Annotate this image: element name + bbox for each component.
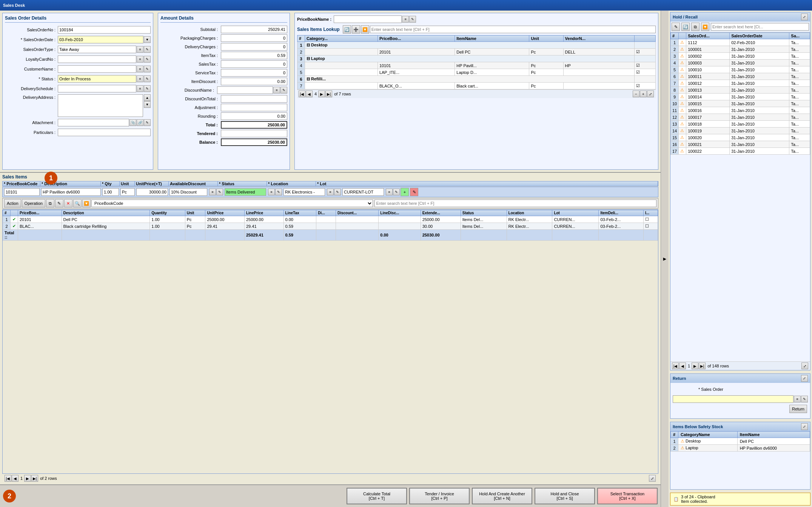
delete-btn[interactable]: ✕ — [64, 199, 72, 207]
table-row[interactable]: 2 ✔ BLAC... Black cartridge Refilling 1.… — [3, 223, 658, 230]
table-row[interactable]: 2 ⚠ Laptop HP Pavillion dv6000 — [671, 445, 810, 452]
hr-first-btn[interactable]: |◀ — [672, 363, 679, 369]
return-sales-order-input[interactable] — [673, 395, 794, 403]
discount-name-edit-btn[interactable]: ✎ — [280, 87, 287, 94]
filter-icon-btn[interactable]: 🔽 — [82, 199, 91, 207]
current-status[interactable] — [225, 188, 266, 196]
panel-separator[interactable]: ► — [661, 11, 669, 507]
hr-last-btn[interactable]: ▶| — [699, 363, 706, 369]
items-last-btn[interactable]: ▶| — [31, 475, 38, 482]
current-status-list-btn[interactable]: ≡ — [268, 189, 275, 195]
order-type-list-btn[interactable]: ≡ — [137, 46, 143, 53]
hr-filter-btn[interactable]: 🔽 — [701, 23, 709, 31]
copy-btn[interactable]: ⧉ — [46, 199, 54, 207]
table-row[interactable]: 5 ⚠ 100010 31-Jan-2010 Ta... — [671, 66, 810, 73]
hr-search-input[interactable] — [711, 23, 809, 31]
select-transaction-btn[interactable]: Select Transaction [Ctrl + X] — [597, 488, 658, 504]
edit-btn[interactable]: ✎ — [55, 199, 63, 207]
current-lot[interactable] — [342, 188, 384, 196]
lookup-add-btn[interactable]: ➕ — [352, 25, 360, 34]
table-row[interactable]: 14 ⚠ 100019 31-Jan-2010 Ta... — [671, 128, 810, 134]
current-avail-discount[interactable] — [169, 188, 207, 196]
items-below-expand[interactable]: ⤢ — [801, 423, 808, 430]
current-location-edit-btn[interactable]: ✎ — [334, 189, 341, 195]
delete-item-btn[interactable]: ✎ — [410, 188, 418, 196]
customer-edit-btn[interactable]: ✎ — [144, 66, 151, 72]
hr-refresh-btn[interactable]: 🔄 — [681, 23, 690, 31]
lookup-next-btn[interactable]: ▶ — [318, 91, 325, 97]
table-row[interactable]: 2 ⚠ 100001 31-Jan-2010 Ta... — [671, 46, 810, 53]
hr-expand-btn[interactable]: ⤢ — [801, 363, 808, 369]
list-item[interactable]: 5 LAP_ITE... Laptop D... Pc ☑ — [297, 69, 656, 76]
loyalty-list-btn[interactable]: ≡ — [137, 56, 143, 63]
attachment-btn2[interactable]: 🔗 — [137, 119, 143, 126]
return-btn[interactable]: Return — [789, 405, 807, 413]
table-row[interactable]: 10 ⚠ 100015 31-Jan-2010 Ta... — [671, 100, 810, 107]
value-delivery[interactable] — [221, 43, 287, 51]
status-list-btn[interactable]: ≡ — [137, 75, 143, 82]
tender-invoice-btn[interactable]: Tender / Invoice [Ctrl + P] — [409, 488, 470, 504]
hold-create-btn[interactable]: Hold And Create Another [Ctrl + N] — [472, 488, 532, 504]
table-row[interactable]: 13 ⚠ 100018 31-Jan-2010 Ta... — [671, 121, 810, 128]
filter-btn[interactable]: 🔍 — [73, 199, 82, 207]
attachment-edit-btn[interactable]: ✎ — [144, 119, 151, 126]
value-tendered[interactable] — [221, 130, 287, 137]
lookup-refresh-btn[interactable]: 🔄 — [343, 25, 351, 34]
hr-copy-btn[interactable]: ⧉ — [691, 23, 700, 31]
table-row[interactable]: 1 ⚠ Desktop Dell PC — [671, 438, 810, 445]
status-edit-btn[interactable]: ✎ — [144, 75, 151, 82]
return-list-btn[interactable]: ≡ — [794, 396, 801, 403]
attachment-btn1[interactable]: 📎 — [129, 119, 136, 126]
table-row[interactable]: 8 ⚠ 100013 31-Jan-2010 Ta... — [671, 87, 810, 94]
lookup-prev-btn[interactable]: ◀ — [306, 91, 313, 97]
table-row[interactable]: 7 ⚠ 100012 31-Jan-2010 Ta... — [671, 80, 810, 87]
list-item[interactable]: 2 20101 Dell PC Pc DELL ☑ — [297, 49, 656, 55]
hr-prev-btn[interactable]: ◀ — [679, 363, 686, 369]
lookup-plus-btn[interactable]: + — [640, 91, 647, 97]
input-attachment[interactable] — [58, 119, 129, 126]
table-row[interactable]: 1 ⚠ 1112 02-Feb-2010 Ta... — [671, 39, 810, 46]
table-row[interactable]: 16 ⚠ 100021 31-Jan-2010 Ta... — [671, 141, 810, 148]
hr-next-btn[interactable]: ▶ — [692, 363, 698, 369]
return-expand[interactable]: ⤢ — [801, 375, 808, 382]
avail-discount-edit-btn[interactable]: ✎ — [216, 189, 223, 195]
items-next-btn[interactable]: ▶ — [24, 475, 31, 482]
lookup-minus-btn[interactable]: − — [633, 91, 639, 97]
return-edit-btn[interactable]: ✎ — [801, 396, 808, 403]
order-date-dropdown-btn[interactable]: ▼ — [144, 36, 151, 43]
input-delivery-address[interactable] — [58, 94, 143, 117]
input-order-no[interactable] — [58, 26, 151, 34]
table-row[interactable]: 12 ⚠ 100017 31-Jan-2010 Ta... — [671, 114, 810, 121]
hold-close-btn[interactable]: Hold and Close [Ctrl + S] — [535, 488, 595, 504]
customer-list-btn[interactable]: ≡ — [137, 66, 143, 72]
table-row[interactable]: 9 ⚠ 100014 31-Jan-2010 Ta... — [671, 94, 810, 100]
lookup-expand-btn[interactable]: ⤢ — [647, 91, 654, 97]
table-row[interactable]: 15 ⚠ 100020 31-Jan-2010 Ta... — [671, 134, 810, 141]
table-row[interactable]: 1 ✔ 20101 Dell PC 1.00 Pc 25000.00 25000… — [3, 216, 658, 223]
input-order-date[interactable] — [58, 36, 143, 43]
current-lot-edit-btn[interactable]: ✎ — [393, 189, 400, 195]
table-row[interactable]: 11 ⚠ 100016 31-Jan-2010 Ta... — [671, 107, 810, 114]
delivery-schedule-edit-btn[interactable]: ✎ — [144, 85, 151, 92]
input-customer[interactable] — [58, 65, 136, 73]
current-qty[interactable] — [102, 188, 119, 196]
hold-recall-expand[interactable]: ⤢ — [801, 14, 808, 20]
order-type-edit-btn[interactable]: ✎ — [144, 46, 151, 53]
delivery-address-scroll-up[interactable]: ▲ — [144, 94, 151, 101]
input-status[interactable] — [58, 75, 136, 83]
table-row[interactable]: 3 ⚠ 100002 31-Jan-2010 Ta... — [671, 53, 810, 60]
current-price-book-code[interactable] — [4, 188, 40, 196]
pricebook-name-input[interactable] — [334, 15, 402, 23]
list-item[interactable]: 4 10101 HP Pavill... Pc HP ☑ — [297, 62, 656, 69]
items-table-container[interactable]: # PriceBoo... Description Quantity Unit … — [2, 209, 658, 474]
lookup-filter-btn[interactable]: 🔽 — [361, 25, 369, 34]
current-status-edit-btn[interactable]: ✎ — [275, 189, 282, 195]
delivery-address-scroll-down[interactable]: ▼ — [144, 101, 151, 108]
current-location-list-btn[interactable]: ≡ — [327, 189, 334, 195]
items-search-input[interactable] — [374, 200, 656, 207]
discount-name-list-btn[interactable]: ≡ — [273, 87, 280, 94]
table-row[interactable]: 6 ⚠ 100011 31-Jan-2010 Ta... — [671, 73, 810, 80]
items-prev-btn[interactable]: ◀ — [12, 475, 18, 482]
items-first-btn[interactable]: |◀ — [5, 475, 11, 482]
table-row[interactable]: 17 ⚠ 100022 31-Jan-2010 Ta... — [671, 148, 810, 155]
